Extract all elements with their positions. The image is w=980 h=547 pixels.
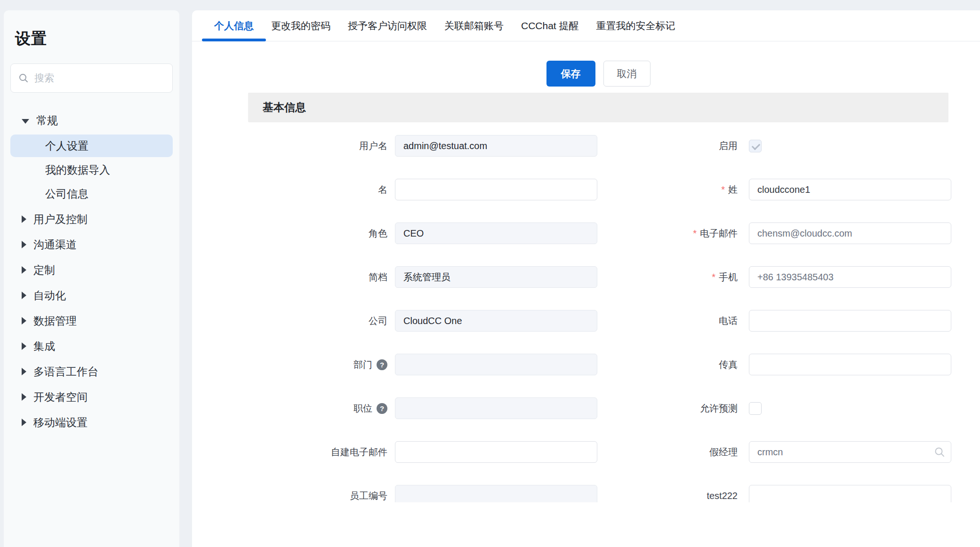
sidebar-item-company-info[interactable]: 公司信息 (10, 182, 173, 205)
enabled-label: 启用 (597, 140, 738, 152)
fax-field[interactable] (749, 354, 951, 375)
profile-field (395, 266, 597, 288)
sidebar-group-automation[interactable]: 自动化 (4, 283, 179, 308)
form-row: 公司 电话 (192, 310, 980, 332)
lookup-search-icon[interactable] (934, 446, 945, 458)
username-label: 用户名 (192, 140, 387, 152)
company-field (395, 310, 597, 332)
sidebar-group-label: 定制 (33, 263, 55, 277)
section-header-basic-info: 基本信息 (248, 93, 948, 122)
tab-reset-security-token[interactable]: 重置我的安全标记 (596, 10, 675, 41)
email-label: *电子邮件 (597, 227, 738, 240)
cancel-button[interactable]: 取消 (603, 61, 651, 87)
form-area: 保存 取消 基本信息 用户名 启用 名 *姓 (192, 41, 980, 502)
last-name-label: *姓 (597, 183, 738, 196)
custom-email-field[interactable] (395, 441, 597, 463)
sidebar-group-label: 用户及控制 (33, 212, 88, 227)
employee-id-label: 员工编号 (192, 490, 387, 502)
required-mark: * (693, 228, 697, 239)
sidebar-group-label: 多语言工作台 (33, 365, 98, 379)
sidebar-group-label: 常规 (36, 113, 58, 128)
acting-manager-field[interactable] (749, 441, 951, 463)
form-row: 简档 *手机 (192, 266, 980, 288)
tab-ccchat-reminder[interactable]: CCChat 提醒 (521, 10, 579, 41)
sidebar-search[interactable] (10, 63, 173, 93)
sidebar-nav: 常规 个人设置 我的数据导入 公司信息 用户及控制 沟通渠道 定制 (4, 108, 179, 435)
chevron-right-icon (22, 292, 26, 299)
search-input[interactable] (34, 72, 165, 84)
save-button[interactable]: 保存 (546, 61, 595, 87)
company-label: 公司 (192, 315, 387, 327)
test222-field[interactable] (749, 485, 951, 502)
required-mark: * (721, 184, 725, 195)
mobile-field[interactable] (749, 266, 951, 288)
sidebar-group-label: 数据管理 (33, 314, 77, 328)
position-field (395, 397, 597, 419)
sidebar-group-label: 自动化 (33, 288, 66, 303)
phone-field[interactable] (749, 310, 951, 332)
enabled-checkbox (749, 140, 762, 152)
sidebar: 设置 常规 个人设置 我的数据导入 公司信息 (4, 10, 179, 547)
employee-id-field (395, 485, 597, 502)
form-row: 角色 *电子邮件 (192, 222, 980, 244)
sidebar-item-personal-settings[interactable]: 个人设置 (10, 135, 173, 157)
chevron-right-icon (22, 393, 26, 401)
sidebar-item-label: 公司信息 (45, 187, 88, 201)
sidebar-group-customization[interactable]: 定制 (4, 257, 179, 283)
tab-personal-info[interactable]: 个人信息 (214, 10, 254, 41)
test222-label: test222 (597, 491, 738, 501)
sidebar-item-label: 个人设置 (45, 139, 88, 153)
sidebar-group-developer-space[interactable]: 开发者空间 (4, 384, 179, 410)
sidebar-group-integration[interactable]: 集成 (4, 333, 179, 359)
allow-forecast-label: 允许预测 (597, 402, 738, 415)
search-icon (18, 73, 29, 83)
allow-forecast-checkbox[interactable] (749, 402, 762, 415)
sidebar-group-label: 开发者空间 (33, 390, 88, 404)
sidebar-group-label: 沟通渠道 (33, 238, 77, 252)
action-buttons: 保存 取消 (248, 61, 948, 87)
form-row: 部门? 传真 (192, 354, 980, 375)
role-label: 角色 (192, 227, 387, 240)
chevron-down-icon (22, 119, 29, 124)
first-name-field[interactable] (395, 179, 597, 200)
help-icon[interactable]: ? (377, 359, 387, 370)
sidebar-group-users-control[interactable]: 用户及控制 (4, 206, 179, 232)
tab-change-password[interactable]: 更改我的密码 (271, 10, 330, 41)
sidebar-group-label: 集成 (33, 339, 55, 354)
acting-manager-label: 假经理 (597, 446, 738, 459)
form-row: 员工编号 test222 (192, 485, 980, 502)
tab-grant-customer-access[interactable]: 授予客户访问权限 (348, 10, 427, 41)
username-field (395, 135, 597, 157)
help-icon[interactable]: ? (377, 403, 387, 414)
first-name-label: 名 (192, 183, 387, 196)
sidebar-item-label: 我的数据导入 (45, 163, 110, 177)
sidebar-group-general[interactable]: 常规 (4, 108, 179, 133)
form-row: 用户名 启用 (192, 135, 980, 157)
form-rows: 用户名 启用 名 *姓 角色 *电子邮件 (192, 135, 980, 502)
last-name-field[interactable] (749, 179, 951, 200)
required-mark: * (712, 272, 715, 283)
sidebar-group-data-management[interactable]: 数据管理 (4, 308, 179, 333)
phone-label: 电话 (597, 315, 738, 327)
position-label: 职位? (192, 402, 387, 415)
email-field[interactable] (749, 222, 951, 244)
sidebar-item-my-data-import[interactable]: 我的数据导入 (10, 159, 173, 181)
form-row: 名 *姓 (192, 179, 980, 200)
custom-email-label: 自建电子邮件 (192, 446, 387, 459)
page-title: 设置 (15, 28, 179, 49)
chevron-right-icon (22, 241, 26, 248)
tab-link-email-account[interactable]: 关联邮箱账号 (444, 10, 504, 41)
sidebar-group-mobile-settings[interactable]: 移动端设置 (4, 410, 179, 435)
department-field (395, 354, 597, 375)
chevron-right-icon (22, 368, 26, 375)
form-row: 自建电子邮件 假经理 (192, 441, 980, 463)
chevron-right-icon (22, 419, 26, 426)
fax-label: 传真 (597, 358, 738, 371)
tab-bar: 个人信息 更改我的密码 授予客户访问权限 关联邮箱账号 CCChat 提醒 重置… (192, 10, 980, 41)
chevron-right-icon (22, 266, 26, 274)
mobile-label: *手机 (597, 271, 738, 284)
sidebar-group-multilang-workbench[interactable]: 多语言工作台 (4, 359, 179, 384)
chevron-right-icon (22, 317, 26, 325)
sidebar-group-communication[interactable]: 沟通渠道 (4, 232, 179, 257)
chevron-right-icon (22, 215, 26, 223)
